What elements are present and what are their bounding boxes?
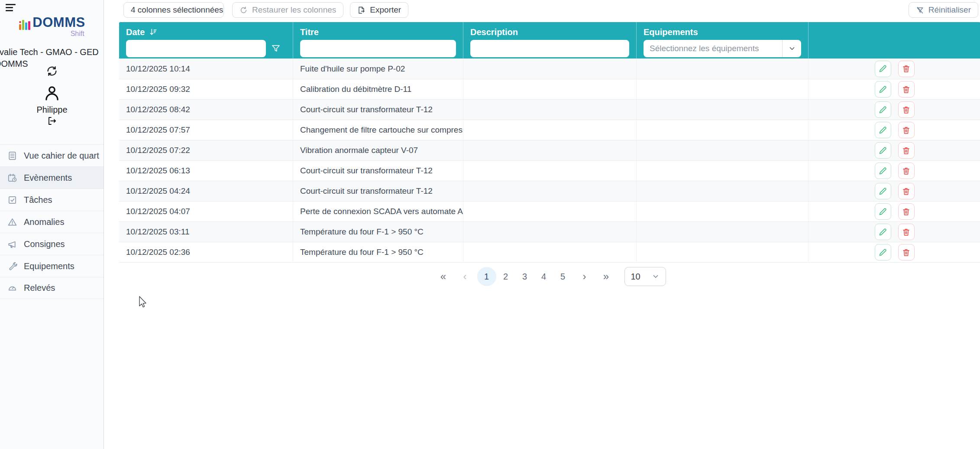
equipements-multiselect[interactable]: Sélectionnez les équipements — [644, 40, 801, 57]
filter-funnel-icon[interactable] — [271, 43, 281, 54]
table-row[interactable]: 10/12/2025 06:13 Court-circuit sur trans… — [119, 160, 980, 181]
cell-date: 10/12/2025 04:07 — [119, 202, 293, 221]
date-filter-input[interactable] — [126, 40, 266, 57]
column-header-titre[interactable]: Titre — [293, 22, 463, 59]
trash-icon — [902, 207, 911, 216]
reset-filters-label: Réinitialiser — [928, 5, 971, 15]
table-row[interactable]: 10/12/2025 10:14 Fuite d'huile sur pompe… — [119, 59, 980, 79]
delete-row-button[interactable] — [898, 142, 915, 159]
sidebar-item-label: Vue cahier de quart — [24, 151, 99, 161]
pencil-icon — [878, 248, 887, 257]
first-page-button[interactable]: « — [434, 267, 453, 286]
delete-row-button[interactable] — [898, 61, 915, 77]
delete-row-button[interactable] — [898, 81, 915, 98]
prev-page-button[interactable]: ‹ — [456, 267, 475, 286]
cell-actions — [809, 222, 980, 242]
user-name: Philippe — [0, 105, 104, 115]
edit-row-button[interactable] — [875, 183, 891, 199]
page-size-select[interactable]: 10 — [624, 267, 666, 286]
trash-icon — [902, 146, 911, 155]
journal-icon — [7, 151, 17, 161]
cell-date: 10/12/2025 02:36 — [119, 242, 293, 262]
cell-titre: Court-circuit sur transformateur T-12 — [293, 181, 463, 201]
export-button[interactable]: Exporter — [350, 2, 408, 18]
cell-description — [463, 120, 637, 140]
delete-row-button[interactable] — [898, 101, 915, 118]
calendar-clock-icon — [7, 173, 17, 183]
cell-actions — [809, 120, 980, 140]
table-row[interactable]: 10/12/2025 04:24 Court-circuit sur trans… — [119, 181, 980, 201]
edit-row-button[interactable] — [875, 61, 891, 77]
pencil-icon — [878, 85, 887, 94]
wrench-icon — [7, 261, 17, 271]
edit-row-button[interactable] — [875, 81, 891, 98]
logout-button[interactable] — [47, 116, 57, 128]
delete-row-button[interactable] — [898, 122, 915, 138]
megaphone-icon — [7, 239, 17, 249]
delete-row-button[interactable] — [898, 183, 915, 199]
columns-select-dropdown[interactable]: 4 colonnes sélectionnées — [123, 2, 224, 18]
page-button-4[interactable]: 4 — [534, 267, 553, 286]
pencil-icon — [878, 105, 887, 114]
sidebar-item-equipements[interactable]: Equipements — [0, 255, 104, 277]
sidebar-item-taches[interactable]: Tâches — [0, 189, 104, 211]
cell-description — [463, 140, 637, 160]
trash-icon — [902, 248, 911, 257]
reset-filters-button[interactable]: Réinitialiser — [909, 2, 978, 18]
edit-row-button[interactable] — [875, 244, 891, 260]
menu-icon[interactable] — [6, 4, 16, 13]
edit-row-button[interactable] — [875, 163, 891, 179]
delete-row-button[interactable] — [898, 203, 915, 220]
page-button-3[interactable]: 3 — [515, 267, 534, 286]
pencil-icon — [878, 187, 887, 196]
delete-row-button[interactable] — [898, 224, 915, 240]
delete-row-button[interactable] — [898, 163, 915, 179]
edit-row-button[interactable] — [875, 101, 891, 118]
page-button-1[interactable]: 1 — [477, 267, 496, 286]
page-button-5[interactable]: 5 — [553, 267, 572, 286]
events-table: Date Titre — [119, 22, 980, 263]
table-row[interactable]: 10/12/2025 08:42 Court-circuit sur trans… — [119, 99, 980, 120]
column-header-equipements[interactable]: Equipements Sélectionnez les équipements — [637, 22, 809, 59]
restore-columns-button[interactable]: Restaurer les colonnes — [232, 2, 343, 18]
sidebar-item-vue-cahier-de-quart[interactable]: Vue cahier de quart — [0, 144, 104, 166]
pencil-icon — [878, 228, 887, 237]
cell-equipements — [637, 202, 809, 221]
edit-row-button[interactable] — [875, 224, 891, 240]
cell-titre: Changement de filtre cartouche sur compr… — [293, 120, 463, 140]
filter-slash-icon — [916, 6, 924, 14]
cell-actions — [809, 202, 980, 221]
cell-titre: Court-circuit sur transformateur T-12 — [293, 100, 463, 120]
description-filter-input[interactable] — [470, 40, 629, 57]
sidebar-item-consignes[interactable]: Consignes — [0, 233, 104, 255]
sidebar-item-releves[interactable]: Relevés — [0, 277, 104, 299]
delete-row-button[interactable] — [898, 244, 915, 260]
table-row[interactable]: 10/12/2025 04:07 Perte de connexion SCAD… — [119, 201, 980, 221]
table-row[interactable]: 10/12/2025 07:57 Changement de filtre ca… — [119, 120, 980, 140]
table-row[interactable]: 10/12/2025 02:36 Température du four F-1… — [119, 242, 980, 262]
page-button-2[interactable]: 2 — [496, 267, 515, 286]
table-row[interactable]: 10/12/2025 09:32 Calibration du débitmèt… — [119, 79, 980, 99]
last-page-button[interactable]: » — [597, 267, 616, 286]
sidebar-item-label: Tâches — [24, 195, 52, 205]
refresh-button[interactable] — [0, 65, 104, 77]
sidebar-item-anomalies[interactable]: Anomalies — [0, 211, 104, 233]
column-header-description[interactable]: Description — [463, 22, 637, 59]
export-label: Exporter — [370, 5, 401, 15]
edit-row-button[interactable] — [875, 142, 891, 159]
next-page-button[interactable]: › — [575, 267, 594, 286]
table-row[interactable]: 10/12/2025 07:22 Vibration anormale capt… — [119, 140, 980, 160]
pencil-icon — [878, 146, 887, 155]
cell-actions — [809, 161, 980, 181]
edit-row-button[interactable] — [875, 122, 891, 138]
cell-date: 10/12/2025 06:13 — [119, 161, 293, 181]
refresh-icon — [46, 65, 58, 77]
titre-filter-input[interactable] — [300, 40, 456, 57]
column-header-date[interactable]: Date — [119, 22, 293, 59]
cell-equipements — [637, 59, 809, 79]
cell-actions — [809, 242, 980, 262]
sidebar-item-evenements[interactable]: Evènements — [0, 166, 104, 189]
trash-icon — [902, 166, 911, 176]
table-row[interactable]: 10/12/2025 03:11 Température du four F-1… — [119, 221, 980, 242]
edit-row-button[interactable] — [875, 203, 891, 220]
